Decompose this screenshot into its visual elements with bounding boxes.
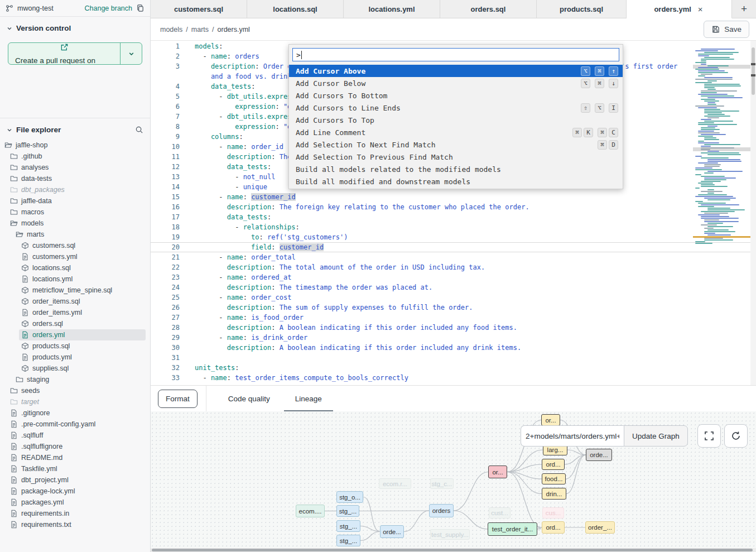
file-tree-item-readme-md[interactable]: README.md [8,452,146,463]
lineage-node-stg3[interactable]: stg_... [336,535,360,546]
file-tree-item--gitignore[interactable]: .gitignore [8,407,146,419]
lineage-node-ordegray[interactable]: orde... [586,449,612,461]
editor-minimap[interactable] [695,47,750,260]
file-tree-item-dbt-packages[interactable]: dbt_packages [8,184,146,195]
file-tree-item-package-lock-yml[interactable]: package-lock.yml [8,486,146,497]
file-tree-item--pre-commit-config-yaml[interactable]: .pre-commit-config.yaml [8,419,146,430]
code-line-15[interactable]: 15- name: customer_id [151,192,756,202]
update-graph-button[interactable]: Update Graph [624,425,688,447]
palette-item-1[interactable]: Add Cursor Below⌥⌘↓ [289,77,623,89]
code-line-19[interactable]: 19to: ref('stg_customers') [151,232,756,242]
file-tree-item-data-tests[interactable]: data-tests [8,173,146,184]
lineage-node-ecom[interactable]: ecom.... [296,505,325,517]
lineage-selector-input[interactable] [521,425,624,447]
code-line-21[interactable]: 21- name: order_total [151,252,756,262]
code-line-22[interactable]: 22description: The total amount of the o… [151,262,756,272]
search-icon[interactable] [135,126,143,134]
file-tree-item-customers-sql[interactable]: customers.sql [19,240,146,251]
file-tree-item-requirements-txt[interactable]: requirements.txt [8,519,146,530]
save-button[interactable]: Save [704,21,749,38]
lineage-node-drin[interactable]: drin... [542,488,566,500]
lineage-node-stgo[interactable]: stg_o... [336,491,363,503]
file-tree-item--github[interactable]: .github [8,151,146,162]
command-palette-input[interactable]: > [292,48,619,61]
file-tree-item-taskfile-yml[interactable]: Taskfile.yml [8,463,146,474]
code-line-29[interactable]: 29- name: is_drink_order [151,333,756,343]
file-tree-item-staging[interactable]: staging [13,374,146,385]
create-pr-button[interactable]: Create a pull request on Git... [8,42,142,65]
lineage-node-ordemid[interactable]: orde... [380,525,404,538]
lineage-node-orpink[interactable]: or... [488,465,507,478]
file-tree-item-order-items-sql[interactable]: order_items.sql [19,296,146,307]
lineage-node-ord1[interactable]: ord... [542,459,565,470]
file-tree-item--sqlfluffignore[interactable]: .sqlfluffignore [8,441,146,452]
lineage-node-ecomr[interactable]: ecom.r... [379,478,411,489]
code-line-33[interactable]: 33- name: test_order_items_compute_to_bo… [151,373,756,383]
code-line-20[interactable]: 20field: customer_id [151,242,756,252]
file-tree-item-seeds[interactable]: seeds [8,385,146,396]
code-line-16[interactable]: 16description: The foreign key relating … [151,202,756,212]
file-tree-item-dbt-project-yml[interactable]: dbt_project.yml [8,474,146,486]
lineage-node-cuspink[interactable]: cus... [542,507,564,519]
file-tree-item-orders-yml[interactable]: orders.yml [19,329,146,340]
format-button[interactable]: Format [158,390,198,408]
lineage-node-testorder[interactable]: test_order_it... [488,522,537,536]
file-tree-item-packages-yml[interactable]: packages.yml [8,497,146,508]
breadcrumb-item[interactable]: orders.yml [218,26,250,33]
file-tree-item-supplies-sql[interactable]: supplies.sql [19,363,146,374]
code-line-28[interactable]: 28description: A boolean indicating if t… [151,323,756,333]
code-line-18[interactable]: 18- relationships: [151,222,756,232]
scrollbar-thumb[interactable] [152,549,753,551]
file-tree-item-marts[interactable]: marts [13,229,146,240]
file-tree-item-orders-sql[interactable]: orders.sql [19,318,146,329]
lineage-node-cust[interactable]: cust... [489,507,511,519]
file-tree-item-jaffle-data[interactable]: jaffle-data [8,195,146,207]
refresh-button[interactable] [724,424,748,448]
file-tree-item--sqlfluff[interactable]: .sqlfluff [8,430,146,441]
file-explorer-header[interactable]: File explorer [0,118,150,137]
breadcrumb-item[interactable]: models [160,26,182,33]
code-line-31[interactable]: 31 [151,353,756,363]
code-editor[interactable]: 1models:2- name: orders3description: Ord… [151,41,756,385]
code-line-24[interactable]: 24description: The timestamp the order w… [151,282,756,292]
file-tree-item-products-sql[interactable]: products.sql [19,340,146,352]
palette-item-8[interactable]: Build all models related to the modified… [289,163,623,175]
editor-scrollbar[interactable] [750,41,756,385]
file-tree-item-metricflow-time-spine-sql[interactable]: metricflow_time_spine.sql [19,285,146,296]
tab-products-sql[interactable]: products.sql [537,0,627,18]
lineage-node-stg2[interactable]: stg_... [336,520,360,532]
palette-item-0[interactable]: Add Cursor Above⌥⌘↑ [289,65,623,77]
file-tree-item-models[interactable]: models [8,218,146,229]
tab-orders-sql[interactable]: orders.sql [440,0,537,18]
pr-dropdown-toggle[interactable] [121,43,142,64]
palette-item-3[interactable]: Add Cursors to Line Ends⇧⌥I [289,102,623,114]
scrollbar-thumb[interactable] [752,47,755,95]
lineage-node-or_top[interactable]: or... [541,414,560,426]
code-line-27[interactable]: 27- name: is_food_order [151,313,756,323]
palette-item-6[interactable]: Add Selection To Next Find Match⌘D [289,138,623,151]
palette-item-2[interactable]: Add Cursors To Bottom [289,89,623,102]
lineage-node-food[interactable]: food... [542,473,566,484]
code-line-17[interactable]: 17data_tests: [151,212,756,222]
file-tree-item-order-items-yml[interactable]: order_items.yml [19,307,146,318]
code-line-32[interactable]: 32unit_tests: [151,363,756,373]
palette-item-5[interactable]: Add Line Comment⌘K⌘C [289,126,623,138]
file-tree-item-locations-sql[interactable]: locations.sql [19,262,146,273]
file-tree-item-locations-yml[interactable]: locations.yml [19,273,146,285]
code-line-30[interactable]: 30description: A boolean indicating if t… [151,343,756,353]
lineage-node-stg1[interactable]: stg_... [336,505,359,517]
code-line-26[interactable]: 26description: The sum of supply expense… [151,303,756,313]
code-line-23[interactable]: 23- name: ordered_at [151,272,756,282]
bottom-tab-lineage[interactable]: Lineage [292,386,325,412]
breadcrumb-item[interactable]: marts [191,26,209,33]
change-branch-link[interactable]: Change branch [85,4,132,12]
lineage-node-order2[interactable]: order_... [585,521,615,534]
lineage-horizontal-scrollbar[interactable] [151,548,756,552]
tab-customers-sql[interactable]: customers.sql [151,0,247,18]
version-control-header[interactable]: Version control [0,17,150,36]
palette-item-9[interactable]: Build all modified and downstream models [289,175,623,188]
new-tab-button[interactable]: + [732,0,756,18]
tab-orders-yml[interactable]: orders.yml× [627,0,732,18]
palette-item-7[interactable]: Add Selection To Previous Find Match [289,151,623,163]
fullscreen-button[interactable] [697,424,721,448]
